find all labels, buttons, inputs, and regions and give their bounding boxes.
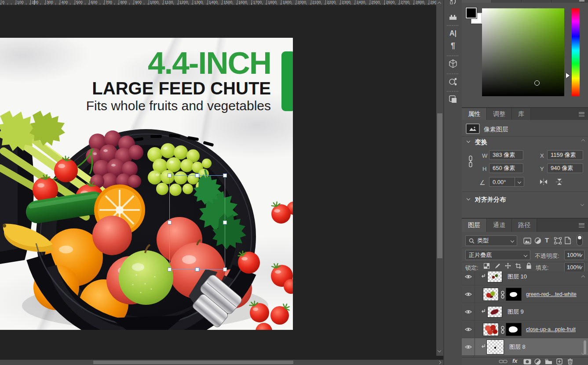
add-adjustment-layer-icon[interactable]: [534, 358, 541, 365]
lock-artboard-icon[interactable]: [515, 263, 522, 269]
dock-grip[interactable]: [447, 73, 459, 74]
filter-shape-layers-icon[interactable]: [554, 237, 562, 244]
character-panel-icon[interactable]: A|: [448, 28, 458, 39]
transform-selection-box[interactable]: [169, 175, 225, 270]
vertical-scrollbar-thumb[interactable]: [437, 113, 442, 258]
lock-position-icon[interactable]: [504, 262, 511, 269]
transform-handle-e[interactable]: [223, 220, 227, 224]
color-field-cursor[interactable]: [534, 80, 540, 86]
horizontal-ruler[interactable]: 0100200300400500600700800900100011001200…: [0, 0, 443, 5]
layer-comps-panel-icon[interactable]: [448, 94, 458, 105]
angle-field[interactable]: 0.00°: [489, 177, 515, 187]
panel-menu-icon[interactable]: [579, 224, 584, 228]
mask-link-icon[interactable]: [500, 291, 505, 299]
panel-menu-icon[interactable]: [579, 112, 584, 116]
layer-row[interactable]: close-up-a...pple-fruit: [462, 321, 588, 338]
layer-thumbnail[interactable]: [486, 340, 504, 354]
x-field[interactable]: 1159 像素: [547, 150, 583, 160]
mask-link-icon[interactable]: [500, 326, 505, 334]
transform-section-collapse-icon[interactable]: [467, 139, 470, 143]
building-panel-icon[interactable]: [448, 11, 458, 22]
color-panel-tab[interactable]: [462, 0, 492, 3]
filter-pixel-layers-icon[interactable]: [523, 238, 531, 244]
lock-all-icon[interactable]: [526, 262, 532, 269]
tab-libraries[interactable]: 库: [512, 108, 531, 120]
visibility-toggle[interactable]: [462, 285, 475, 303]
layer-style-icon[interactable]: fx: [512, 358, 518, 364]
canvas-area[interactable]: 0100200300400500600700800900100011001200…: [0, 0, 443, 365]
layer-thumbnail[interactable]: [483, 288, 499, 301]
flip-vertical-icon[interactable]: [555, 178, 564, 185]
tab-channels[interactable]: 通道: [487, 219, 512, 232]
tab-layers[interactable]: 图层: [462, 219, 487, 232]
add-mask-icon[interactable]: [523, 359, 531, 365]
new-layer-icon[interactable]: [556, 358, 562, 365]
link-layers-icon[interactable]: [499, 359, 508, 364]
transform-handle-se[interactable]: [223, 267, 227, 271]
height-field[interactable]: 650 像素: [489, 163, 523, 173]
layer-thumbnail[interactable]: [483, 323, 499, 336]
fill-field[interactable]: 100%: [564, 262, 584, 272]
color-panel-tab[interactable]: [551, 0, 581, 3]
panel-menu-icon[interactable]: [579, 0, 584, 1]
foreground-color-swatch[interactable]: [466, 7, 477, 18]
delete-layer-icon[interactable]: [567, 358, 573, 365]
transform-handle-nw[interactable]: [168, 173, 172, 177]
layer-name[interactable]: 图层 8: [509, 338, 526, 356]
layer-name[interactable]: green-red-...ted-white: [526, 285, 577, 303]
horizontal-scrollbar-thumb[interactable]: [93, 361, 293, 364]
transform-handle-n[interactable]: [195, 173, 199, 177]
visibility-toggle[interactable]: [462, 303, 475, 321]
hue-strip[interactable]: [572, 8, 580, 96]
filter-smart-objects-icon[interactable]: [565, 237, 571, 244]
tab-paths[interactable]: 路径: [512, 219, 537, 232]
color-panel-tab[interactable]: [492, 0, 522, 3]
flip-horizontal-icon[interactable]: [539, 178, 548, 185]
layer-name[interactable]: 图层 9: [508, 303, 524, 321]
y-field[interactable]: 940 像素: [547, 163, 583, 173]
angle-dropdown[interactable]: [515, 177, 524, 187]
layer-name[interactable]: 图层 10: [508, 271, 527, 285]
tab-properties[interactable]: 属性: [462, 108, 487, 120]
layer-row[interactable]: green-red-...ted-white: [462, 285, 588, 303]
layer-row[interactable]: 图层 10: [462, 271, 588, 285]
width-field[interactable]: 383 像素: [489, 150, 523, 160]
opacity-field[interactable]: 100%: [564, 250, 584, 260]
history-panel-icon[interactable]: [448, 0, 458, 8]
scroll-up-icon[interactable]: [581, 139, 585, 143]
color-saturation-brightness-field[interactable]: [482, 8, 564, 96]
filter-type-layers-icon[interactable]: T: [545, 236, 549, 244]
blend-mode-select[interactable]: 正片叠底: [465, 250, 530, 260]
transform-handle-ne[interactable]: [223, 173, 227, 177]
dock-grip[interactable]: [447, 25, 459, 26]
lock-transparency-icon[interactable]: [484, 263, 489, 269]
layer-mask-thumbnail[interactable]: [506, 288, 522, 301]
transform-handle-s[interactable]: [195, 267, 199, 271]
color-panel-tab[interactable]: [522, 0, 551, 3]
layer-name[interactable]: close-up-a...pple-fruit: [526, 321, 576, 338]
hue-slider-arrow[interactable]: [566, 73, 572, 78]
layer-mask-thumbnail[interactable]: [506, 323, 522, 336]
scroll-down-icon[interactable]: [581, 202, 584, 206]
layer-row[interactable]: 图层 9: [462, 303, 588, 321]
3d-panel-icon[interactable]: [448, 58, 458, 69]
filter-adjustment-layers-icon[interactable]: [534, 237, 541, 244]
filter-toggle[interactable]: [577, 235, 583, 246]
layer-filter-type-select[interactable]: 类型: [465, 235, 517, 246]
visibility-toggle[interactable]: [462, 338, 475, 356]
paragraph-panel-icon[interactable]: ¶: [448, 40, 458, 51]
tab-adjustments[interactable]: 调整: [487, 108, 512, 120]
new-group-icon[interactable]: [545, 359, 552, 365]
document-canvas[interactable]: 4.4-INCH LARGE FEED CHUTE Fits whole fru…: [0, 38, 293, 330]
visibility-toggle[interactable]: [462, 321, 475, 338]
scroll-up-icon[interactable]: [581, 275, 585, 279]
dock-grip[interactable]: [447, 55, 459, 56]
transform-handle-w[interactable]: [168, 220, 172, 224]
layer-thumbnail[interactable]: [487, 306, 502, 318]
layer-row-selected[interactable]: 图层 8: [462, 338, 588, 356]
align-section-collapse-icon[interactable]: [467, 197, 470, 200]
layer-thumbnail[interactable]: [487, 271, 502, 282]
canvas-vertical-scrollbar[interactable]: [436, 0, 443, 356]
share-panel-icon[interactable]: [448, 76, 458, 87]
transform-handle-sw[interactable]: [168, 267, 172, 271]
